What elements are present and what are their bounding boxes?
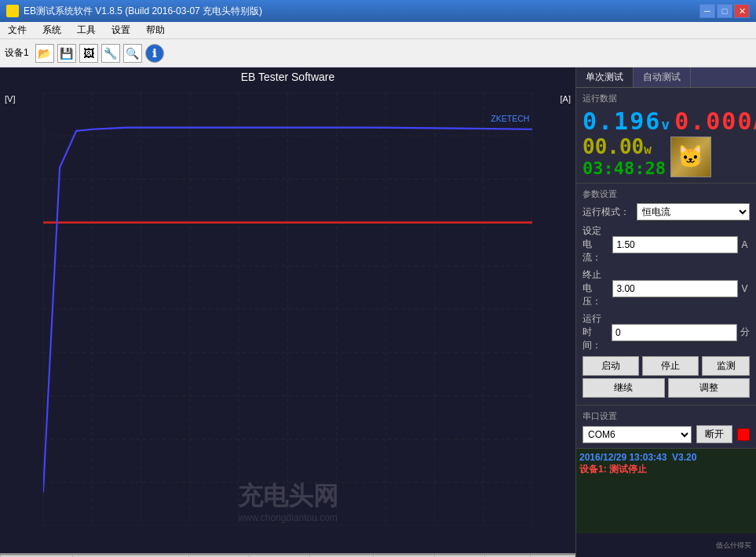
open-button[interactable]: 📂 [35, 44, 54, 63]
voltage-reading: 0.196v [583, 107, 671, 135]
data-table-area: 设备 模式 起始电压 终止电压 容量 能量 均压 曲线V 曲线A [0, 553, 575, 557]
power-time-row: 00.00w 03:48:28 🐱 [583, 135, 750, 178]
monitor-button[interactable]: 监测 [702, 356, 750, 376]
menu-file[interactable]: 文件 [3, 23, 31, 38]
adjust-button[interactable]: 调整 [668, 378, 751, 398]
voltage-unit: V [741, 283, 750, 294]
time-unit: 分 [740, 326, 750, 339]
mode-select[interactable]: 恒电流 [637, 203, 750, 220]
current-unit: A [741, 239, 750, 250]
serial-settings-title: 串口设置 [583, 410, 750, 422]
run-data-title: 运行数据 [583, 93, 750, 104]
title-bar-left: ⚡ EB测试系统软件 V1.8.5 (Build 2016-03-07 充电头特… [6, 5, 262, 18]
image-button[interactable]: 🖼 [79, 44, 98, 63]
voltage-input[interactable] [612, 280, 738, 297]
control-buttons-2: 继续 调整 [583, 378, 750, 398]
control-buttons-1: 启动 停止 监测 [583, 356, 750, 376]
maximize-button[interactable]: □ [717, 4, 732, 18]
toolbar: 设备1 📂 💾 🖼 🔧 🔍 ℹ [0, 39, 756, 67]
window-title: EB测试系统软件 V1.8.5 (Build 2016-03-07 充电头特别版… [24, 5, 262, 18]
menu-help[interactable]: 帮助 [141, 23, 170, 38]
stop-button[interactable]: 停止 [642, 356, 699, 376]
start-button[interactable]: 启动 [583, 356, 639, 376]
time-label: 运行时间： [583, 312, 608, 352]
tab-auto[interactable]: 自动测试 [634, 67, 691, 87]
current-reading: 0.000A [674, 107, 756, 135]
y-left-label: [V] [5, 94, 15, 104]
chart-svg: ZKETECH 12.50 11.25 10.00 8.75 7.50 6.25… [43, 93, 532, 526]
cat-icon: 🐱 [671, 137, 710, 177]
param-settings-section: 参数设置 运行模式： 恒电流 设定电流： A 终止电压： [576, 184, 756, 406]
right-panel: 单次测试 自动测试 运行数据 0.196v 0.000A [575, 67, 756, 557]
bottom-branding: 值么什得买 [576, 533, 756, 557]
continue-button[interactable]: 继续 [583, 378, 665, 398]
log-status: 设备1: 测试停止 [579, 463, 753, 476]
log-header: 2016/12/29 13:03:43 V3.20 [579, 452, 753, 463]
svg-text:ZKETECH: ZKETECH [491, 114, 529, 123]
current-input[interactable] [612, 236, 738, 253]
voltage-current-row: 0.196v 0.000A [583, 107, 750, 135]
main-area: EB Tester Software [V] [A] [0, 67, 756, 557]
title-bar-controls: ─ □ ✕ [699, 4, 750, 18]
main-window: ⚡ EB测试系统软件 V1.8.5 (Build 2016-03-07 充电头特… [0, 0, 756, 557]
y-right-label: [A] [561, 94, 571, 104]
tabs-row: 单次测试 自动测试 [576, 67, 756, 88]
time-input[interactable] [612, 324, 737, 341]
bottom-text: 值么什得买 [716, 541, 751, 551]
voltage-row: 终止电压： V [583, 268, 750, 308]
device-image: 🐱 [670, 137, 711, 177]
chart-title: EB Tester Software [0, 67, 575, 86]
menu-tools[interactable]: 工具 [72, 23, 100, 38]
serial-settings-section: 串口设置 COM6 断开 [576, 406, 756, 449]
current-label: 设定电流： [583, 224, 609, 264]
save-button[interactable]: 💾 [57, 44, 76, 63]
menu-system[interactable]: 系统 [38, 23, 66, 38]
run-data-section: 运行数据 0.196v 0.000A 00.00w 03:48:28 [576, 88, 756, 184]
device-label: 设备1 [5, 46, 29, 60]
tab-single[interactable]: 单次测试 [576, 67, 634, 87]
param-settings-title: 参数设置 [583, 188, 750, 200]
minimize-button[interactable]: ─ [699, 4, 715, 18]
app-icon: ⚡ [6, 5, 19, 17]
chart-container: [V] [A] [0, 86, 575, 553]
menu-settings[interactable]: 设置 [107, 23, 135, 38]
wrench-button[interactable]: 🔧 [101, 44, 120, 63]
mode-label: 运行模式： [583, 206, 634, 219]
serial-row: COM6 断开 [583, 425, 750, 443]
close-button[interactable]: ✕ [734, 4, 750, 18]
search-button[interactable]: 🔍 [123, 44, 142, 63]
menu-bar: 文件 系统 工具 设置 帮助 [0, 22, 756, 39]
title-bar: ⚡ EB测试系统软件 V1.8.5 (Build 2016-03-07 充电头特… [0, 0, 756, 22]
time-row: 运行时间： 分 [583, 312, 750, 352]
info-button[interactable]: ℹ [145, 44, 164, 63]
time-reading: 03:48:28 [583, 158, 666, 178]
power-reading: 00.00w [583, 135, 666, 158]
mode-row: 运行模式： 恒电流 [583, 203, 750, 220]
chart-area: EB Tester Software [V] [A] [0, 67, 575, 557]
serial-port-select[interactable]: COM6 [583, 426, 692, 443]
log-area: 2016/12/29 13:03:43 V3.20 设备1: 测试停止 [576, 449, 756, 533]
current-row: 设定电流： A [583, 224, 750, 264]
voltage-label: 终止电压： [583, 268, 609, 308]
disconnect-button[interactable]: 断开 [696, 425, 732, 443]
connection-indicator [737, 428, 750, 441]
